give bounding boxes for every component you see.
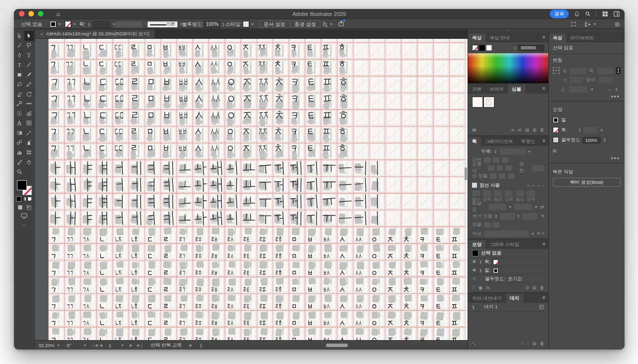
- stroke-visibility-icon[interactable]: 👁: [472, 259, 477, 264]
- artboard-row-name[interactable]: 대지 1: [484, 304, 497, 310]
- transform-more-options[interactable]: ●●●: [549, 94, 625, 99]
- fill-visibility-icon[interactable]: 👁: [472, 268, 477, 273]
- tool-selection[interactable]: [24, 31, 34, 41]
- move-up-icon[interactable]: ↑: [521, 341, 523, 346]
- arrow-align-end-button[interactable]: [493, 222, 499, 228]
- new-artboard-icon[interactable]: ⊞: [532, 341, 536, 346]
- delete-item-icon[interactable]: 🗑: [540, 285, 544, 290]
- color-mode-icon[interactable]: [16, 197, 21, 201]
- angle-dropdown[interactable]: [569, 86, 588, 93]
- corner-bevel-button[interactable]: [505, 165, 511, 171]
- tab-graphic-styles[interactable]: 그래픽 스타일: [485, 240, 523, 249]
- properties-stroke-swatch[interactable]: [553, 127, 559, 133]
- tool-blend[interactable]: [15, 138, 24, 148]
- properties-fill-swatch[interactable]: [553, 117, 559, 123]
- artboard-nav-first[interactable]: ❘◀: [91, 341, 98, 350]
- tab-artboards[interactable]: 대지: [506, 294, 523, 303]
- brush-definition-dropdown[interactable]: ▼: [115, 19, 148, 29]
- rotation-dropdown[interactable]: ▼: [83, 341, 87, 350]
- tool-width[interactable]: [24, 99, 34, 109]
- fill-stroke-indicator[interactable]: [17, 180, 32, 195]
- tool-hand[interactable]: [24, 157, 34, 167]
- tab-swatches[interactable]: 견본: [468, 85, 485, 94]
- stroke-color-control[interactable]: ▼: [65, 19, 76, 29]
- delete-artboard-icon[interactable]: 🗑: [540, 341, 544, 346]
- dash-field[interactable]: [483, 190, 491, 197]
- tool-type[interactable]: T: [15, 60, 24, 70]
- gradient-mode-icon[interactable]: [22, 197, 26, 201]
- tool-rotate[interactable]: [24, 89, 34, 99]
- rearrange-artboards-icon[interactable]: ⤡: [472, 341, 476, 347]
- tool-scale[interactable]: [15, 99, 24, 109]
- tool-lasso[interactable]: [24, 41, 34, 51]
- arrow-align-tip-button[interactable]: [484, 222, 490, 228]
- duplicate-item-icon[interactable]: ⊞: [532, 285, 536, 290]
- appearance-panel-menu-icon[interactable]: ≡: [542, 241, 545, 246]
- color-white-swatch[interactable]: [486, 45, 492, 51]
- dash-preserve-icon[interactable]: ⌐‥¬: [527, 183, 535, 188]
- style-swatch-dropdown[interactable]: ▼: [243, 19, 254, 29]
- tab-gradient[interactable]: 그레이디언트: [481, 137, 517, 146]
- tool-gradient[interactable]: [15, 128, 24, 138]
- search-icon[interactable]: [585, 11, 591, 17]
- align-options-icon[interactable]: ▼: [322, 19, 333, 29]
- canvas[interactable]: [35, 39, 468, 340]
- tab-symbols[interactable]: 심볼: [508, 85, 525, 94]
- zoom-level[interactable]: 33.33%▼: [38, 341, 60, 350]
- hex-input[interactable]: 000000: [518, 45, 544, 51]
- artboard-nav-last[interactable]: ▶❘: [137, 341, 144, 350]
- tool-artboard[interactable]: [24, 147, 34, 157]
- stroke-panel-menu-icon[interactable]: ≡: [542, 138, 545, 143]
- reference-point-selector[interactable]: [553, 67, 560, 75]
- y-field[interactable]: [570, 77, 583, 83]
- workspace-icon[interactable]: [614, 11, 620, 17]
- properties-fx-label[interactable]: fx.: [553, 148, 558, 153]
- artboard-nav-prev[interactable]: ◀: [99, 341, 102, 350]
- artboard[interactable]: [48, 39, 468, 340]
- tab-properties[interactable]: 속성: [549, 33, 566, 42]
- arrow-scale-start-field[interactable]: [500, 213, 515, 220]
- more-tools-button[interactable]: …: [22, 221, 27, 226]
- profile-dropdown[interactable]: [484, 231, 528, 237]
- dash-field[interactable]: [516, 190, 524, 197]
- dash-align-icon[interactable]: ⌐‥¬: [537, 183, 544, 188]
- cap-projecting-button[interactable]: [502, 157, 508, 163]
- artboard-panel-menu-icon[interactable]: ≡: [542, 295, 545, 300]
- screen-mode-icon[interactable]: [21, 213, 27, 219]
- artboard-number-field[interactable]: 1: [109, 341, 111, 350]
- color-fill-swatch[interactable]: [479, 45, 485, 51]
- vector-generate-button[interactable]: 벡터 생성(Beta): [553, 178, 621, 187]
- appearance-more-options[interactable]: ●●●: [549, 156, 625, 160]
- tab-color-guide[interactable]: 색상 안내: [485, 33, 514, 42]
- share-document-icon[interactable]: [338, 19, 344, 29]
- opacity-field[interactable]: 100%❯: [203, 19, 225, 29]
- artboard-nav-next[interactable]: ▶: [130, 341, 133, 350]
- symbols-panel-menu-icon[interactable]: ≡: [542, 86, 545, 91]
- tool-mesh[interactable]: [24, 119, 34, 128]
- share-button[interactable]: 공유: [550, 9, 569, 18]
- menu-icon[interactable]: [615, 19, 621, 29]
- corner-round-button[interactable]: [497, 165, 503, 171]
- tab-libraries[interactable]: 라이브러리: [566, 33, 598, 42]
- tool-pencil[interactable]: [24, 80, 34, 90]
- tab-stroke[interactable]: 획: [468, 137, 481, 146]
- dash-field[interactable]: [472, 190, 480, 197]
- tool-rectangle[interactable]: [15, 70, 24, 80]
- document-setup-button[interactable]: 문서 설정: [259, 19, 290, 29]
- tab-brushes[interactable]: 브러쉬: [485, 85, 508, 94]
- align-outside-button[interactable]: [508, 173, 514, 179]
- arrow-scale-end-field[interactable]: [522, 213, 537, 220]
- line-style-dropdown[interactable]: 기본▼: [147, 19, 183, 29]
- apps-icon[interactable]: [602, 11, 608, 17]
- x-field[interactable]: [570, 68, 586, 74]
- symbol-thumbnail[interactable]: [472, 97, 483, 108]
- color-stroke-swatch[interactable]: [472, 45, 478, 51]
- dashed-line-checkbox[interactable]: [472, 183, 477, 188]
- dash-field[interactable]: [527, 190, 535, 197]
- flip-vertical-icon[interactable]: ⇕: [615, 87, 619, 92]
- appearance-fill-swatch[interactable]: [493, 268, 498, 273]
- profile-flip-icons[interactable]: ⇋ ⥮: [537, 231, 544, 236]
- cap-round-button[interactable]: [493, 157, 499, 163]
- snap-options-icon[interactable]: [571, 19, 576, 29]
- tool-eraser[interactable]: [15, 89, 24, 99]
